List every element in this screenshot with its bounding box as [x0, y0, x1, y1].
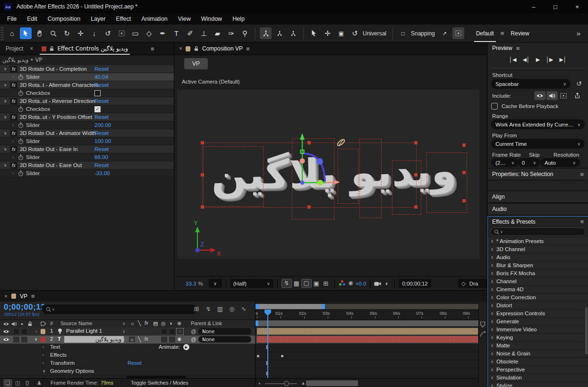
include-audio-icon[interactable] — [546, 91, 558, 100]
shy-column-icon[interactable]: ♁ — [122, 320, 126, 326]
layer-row-2-selected[interactable]: ∨ 2 T ويديو پلاگين ♁ ☼ ╲ fx ✺ @ None∨ — [0, 336, 255, 344]
layer-name[interactable]: ويديو پلاگين — [64, 336, 124, 343]
audio-toggle[interactable] — [13, 337, 19, 343]
frame-rate-dropdown[interactable]: (29.97)∨ — [491, 158, 519, 167]
close-project-tab-icon[interactable]: × — [30, 45, 33, 52]
zoom-slider-track[interactable] — [265, 383, 297, 384]
prev-frame-button[interactable]: ◀│ — [522, 57, 529, 63]
layer-visibility-icon[interactable] — [3, 329, 9, 334]
reset-link[interactable]: Reset — [94, 98, 109, 104]
position-gizmo-tool[interactable]: ✛ — [322, 27, 333, 39]
panel-menu-icon[interactable]: ≡ — [151, 45, 154, 52]
properties-panel-header[interactable]: Properties: No Selection ≡ — [487, 168, 588, 180]
timeline-tab-label[interactable]: VP — [20, 293, 27, 300]
rulers-icon[interactable]: ⊞ — [321, 280, 331, 287]
timeline-search-input[interactable]: ∨ — [42, 304, 197, 315]
exposure-icon[interactable]: ❋ — [346, 280, 356, 287]
camera-region-tool[interactable] — [116, 27, 128, 39]
composition-viewport[interactable]: ويديو پلاگين — [177, 90, 479, 259]
layer-label-swatch[interactable] — [41, 337, 45, 342]
orbit-camera-tool[interactable]: ↻ — [61, 27, 73, 39]
category-3d-channel[interactable]: ›3D Channel — [488, 245, 588, 253]
switch-box[interactable] — [161, 337, 167, 343]
category-channel[interactable]: ›Channel — [488, 278, 588, 286]
reset-link[interactable]: Reset — [94, 114, 109, 120]
fx-badge-icon[interactable]: fx — [10, 98, 17, 104]
pen-tool[interactable]: ✒ — [157, 27, 169, 39]
stopwatch-icon[interactable] — [18, 90, 24, 96]
solo-column-icon[interactable]: ● — [21, 322, 23, 326]
zoom-dropdown[interactable]: ∨ — [209, 279, 222, 288]
chevron-down-icon[interactable]: ∨ — [4, 99, 10, 103]
layer-bar-light[interactable] — [257, 328, 478, 335]
tab-project[interactable]: Project — [6, 45, 23, 52]
in-out-panes-icon[interactable]: {} — [26, 380, 29, 386]
param-value[interactable]: 40.04 — [94, 74, 108, 80]
transform-group-row[interactable]: › Transform Reset — [0, 360, 255, 368]
pick-whip-icon[interactable]: @ — [191, 337, 196, 342]
switch-box[interactable] — [161, 328, 167, 335]
reset-link[interactable]: Reset — [94, 162, 109, 168]
panel-menu-icon[interactable]: ≡ — [246, 45, 250, 52]
category-perspective[interactable]: ›Perspective — [488, 366, 588, 374]
pick-whip-icon[interactable]: @ — [191, 328, 196, 334]
scale-arrows-icon[interactable]: ↗ — [439, 27, 451, 39]
chevron-down-icon[interactable]: ∨ — [4, 147, 10, 151]
chevron-down-icon[interactable]: ∨ — [4, 115, 10, 119]
effect-row[interactable]: ∨fx 3D Rotate Out - Completion Reset — [0, 65, 174, 73]
category-immersive-video[interactable]: ›Immersive Video — [488, 326, 588, 334]
navigator-end-handle[interactable] — [322, 304, 325, 309]
pan-camera-tool[interactable]: ✛ — [75, 27, 86, 39]
reset-link[interactable]: Reset — [94, 130, 109, 136]
composition-flowchart-icon[interactable]: ⊞ — [193, 305, 200, 312]
video-column-icon[interactable] — [3, 322, 9, 326]
menu-layer[interactable]: Layer — [85, 16, 111, 22]
include-video-icon[interactable] — [534, 91, 545, 100]
effects-presets-header[interactable]: Effects & Presets ≡ — [488, 217, 588, 227]
category-keying[interactable]: ›Keying — [488, 334, 588, 342]
chevron-down-icon[interactable]: ∨ — [43, 369, 46, 373]
motion-blur-icon[interactable]: ◎ — [228, 305, 236, 312]
effect-row[interactable]: ∨fx 3D Rota..ut - Reverse Direction Rese… — [0, 97, 174, 105]
toolbar-grip[interactable] — [0, 27, 4, 40]
stopwatch-icon[interactable] — [18, 138, 24, 144]
text-group-row[interactable]: › Text Animate: ▶ — [0, 344, 255, 352]
current-time-field[interactable]: 0;00;00;12 — [399, 279, 431, 288]
panel-menu-icon[interactable]: ≡ — [31, 293, 35, 300]
maximize-button[interactable]: □ — [545, 0, 566, 13]
chevron-right-icon[interactable]: › — [12, 155, 18, 160]
align-panel-header[interactable]: Align — [487, 191, 588, 203]
zoom-in-icon[interactable]: ▲ — [301, 380, 306, 386]
effect-param-row[interactable]: Checkbox — [0, 89, 174, 97]
effect-row[interactable]: ∨fx 3D Rota..ut - Y Position Offset Rese… — [0, 113, 174, 121]
chevron-right-icon[interactable]: › — [12, 75, 18, 79]
work-area-start-handle[interactable] — [256, 320, 258, 326]
fx-switch-icon[interactable]: fx — [145, 337, 148, 342]
effect-row[interactable]: ∨fx 3D Rotate Out - Ease In Reset — [0, 145, 174, 153]
chevron-right-icon[interactable]: › — [12, 171, 18, 176]
transform-reset-link[interactable]: Reset — [128, 360, 142, 366]
shy-switch-icon[interactable]: ♁ — [122, 328, 126, 334]
joint-child-tool[interactable] — [273, 27, 285, 39]
current-timecode[interactable]: 0;00;00;12 — [4, 303, 45, 312]
close-timeline-tab-icon[interactable]: × — [4, 293, 8, 300]
switch-box[interactable] — [169, 328, 175, 335]
show-snapshot-icon[interactable]: ◑ — [381, 280, 391, 287]
checkbox-checked[interactable]: ✓ — [94, 106, 101, 112]
collapse-switch-icon[interactable]: ☼ — [128, 336, 136, 343]
puppet-pin-tool[interactable]: ⚲ — [239, 27, 251, 39]
chevron-right-icon[interactable]: › — [12, 139, 18, 143]
shy-switch-icon[interactable]: ♁ — [122, 337, 126, 342]
fx-badge-icon[interactable]: fx — [10, 130, 17, 136]
layer-visibility-icon[interactable] — [3, 337, 9, 342]
chevron-right-icon[interactable]: › — [43, 345, 44, 349]
category-matte[interactable]: ›Matte — [488, 342, 588, 350]
fx-badge-icon[interactable]: fx — [10, 146, 17, 152]
expand-layers-icon[interactable]: ❏ — [4, 379, 12, 387]
layer-bar-text[interactable] — [257, 336, 478, 343]
shortcut-dropdown[interactable]: Spacebar∨ — [491, 79, 571, 89]
comp-view-button[interactable]: VP — [184, 58, 208, 69]
source-name-column[interactable]: Source Name — [60, 320, 92, 326]
lock-column-icon[interactable] — [27, 321, 33, 327]
per-char-3d-icon[interactable]: ✺ — [177, 337, 181, 343]
